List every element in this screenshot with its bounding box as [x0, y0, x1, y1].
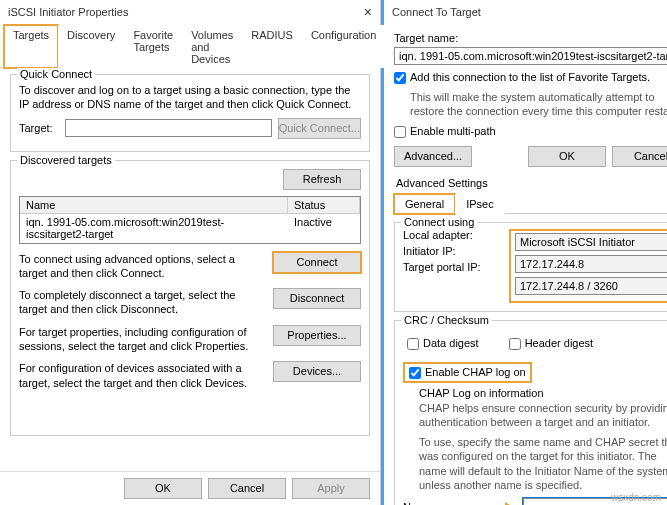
disconnect-desc: To completely disconnect a target, selec…: [19, 288, 265, 317]
right-title: Connect To Target: [392, 6, 481, 18]
target-name-input[interactable]: [394, 47, 667, 65]
devices-desc: For configuration of devices associated …: [19, 361, 265, 390]
data-digest-checkbox[interactable]: [407, 338, 419, 350]
targets-table[interactable]: Name Status iqn. 1991-05.com.microsoft:w…: [19, 196, 361, 244]
chap-info-title: CHAP Log on information: [419, 387, 667, 399]
tab-favorite-targets[interactable]: Favorite Targets: [124, 25, 182, 68]
quick-connect-legend: Quick Connect: [17, 68, 95, 80]
discovered-legend: Discovered targets: [17, 154, 115, 166]
target-portal-ip-label: Target portal IP:: [403, 261, 503, 273]
cancel-button[interactable]: Cancel: [208, 478, 286, 499]
favorite-note: This will make the system automatically …: [410, 90, 667, 119]
quick-connect-button[interactable]: Quick Connect...: [278, 118, 361, 139]
iscsi-initiator-properties-window: iSCSI Initiator Properties × Targets Dis…: [0, 0, 381, 505]
quick-connect-desc: To discover and log on to a target using…: [19, 83, 361, 112]
data-digest-label: Data digest: [423, 337, 479, 349]
chap-name-label: Name:: [403, 501, 483, 505]
advanced-settings-title: Advanced Settings: [396, 177, 667, 189]
close-icon[interactable]: ×: [364, 4, 372, 20]
disconnect-button[interactable]: Disconnect: [273, 288, 361, 309]
connect-desc: To connect using advanced options, selec…: [19, 252, 265, 281]
apply-button[interactable]: Apply: [292, 478, 370, 499]
left-tabs: Targets Discovery Favorite Targets Volum…: [0, 24, 380, 68]
left-footer: OK Cancel Apply: [0, 471, 380, 505]
devices-button[interactable]: Devices...: [273, 361, 361, 382]
header-digest-label: Header digest: [525, 337, 594, 349]
enable-chap-label: Enable CHAP log on: [425, 366, 526, 378]
quick-connect-group: Quick Connect To discover and log on to …: [10, 74, 370, 152]
connect-using-legend: Connect using: [401, 216, 477, 228]
target-label: Target:: [19, 122, 59, 134]
chap-info-desc: CHAP helps ensure connection security by…: [419, 401, 667, 430]
col-status[interactable]: Status: [288, 197, 360, 213]
right-titlebar: Connect To Target ×: [384, 0, 667, 24]
subtab-ipsec[interactable]: IPsec: [455, 194, 505, 214]
tab-radius[interactable]: RADIUS: [242, 25, 302, 68]
connect-to-target-window: Connect To Target × Target name: Add thi…: [381, 0, 667, 505]
local-adapter-select[interactable]: [515, 233, 667, 251]
connect-using-group: Connect using Local adapter: Initiator I…: [394, 222, 667, 312]
favorite-targets-label: Add this connection to the list of Favor…: [410, 71, 650, 83]
tab-targets[interactable]: Targets: [4, 25, 58, 68]
crc-group: CRC / Checksum Data digest Header digest…: [394, 320, 667, 505]
col-name[interactable]: Name: [20, 197, 288, 213]
tab-discovery[interactable]: Discovery: [58, 25, 124, 68]
initiator-ip-label: Initiator IP:: [403, 245, 503, 257]
properties-desc: For target properties, including configu…: [19, 325, 265, 354]
multipath-label: Enable multi-path: [410, 125, 496, 137]
chap-info: CHAP Log on information CHAP helps ensur…: [419, 387, 667, 493]
properties-button[interactable]: Properties...: [273, 325, 361, 346]
tab-configuration[interactable]: Configuration: [302, 25, 385, 68]
row-status: Inactive: [288, 214, 360, 242]
crc-legend: CRC / Checksum: [401, 314, 492, 326]
advanced-sub-tabs: General IPsec: [394, 193, 667, 214]
arrow-icon: [489, 501, 517, 505]
subtab-general[interactable]: General: [394, 194, 455, 214]
initiator-ip-select[interactable]: [515, 255, 667, 273]
ok-button[interactable]: OK: [124, 478, 202, 499]
connect-cancel-button[interactable]: Cancel: [612, 146, 667, 167]
target-portal-ip-select[interactable]: [515, 277, 667, 295]
connect-ok-button[interactable]: OK: [528, 146, 606, 167]
row-name: iqn. 1991-05.com.microsoft:win2019test-i…: [20, 214, 288, 242]
target-name-label: Target name:: [394, 32, 667, 44]
discovered-targets-group: Discovered targets Refresh Name Status i…: [10, 160, 370, 436]
chap-info-desc2: To use, specify the same name and CHAP s…: [419, 435, 667, 492]
left-title: iSCSI Initiator Properties: [8, 6, 128, 18]
local-adapter-label: Local adapter:: [403, 229, 503, 241]
left-titlebar: iSCSI Initiator Properties ×: [0, 0, 380, 24]
multipath-checkbox[interactable]: [394, 126, 406, 138]
table-row[interactable]: iqn. 1991-05.com.microsoft:win2019test-i…: [20, 214, 360, 242]
tab-volumes-devices[interactable]: Volumes and Devices: [182, 25, 242, 68]
advanced-button[interactable]: Advanced...: [394, 146, 472, 167]
target-input[interactable]: [65, 119, 272, 137]
header-digest-checkbox[interactable]: [509, 338, 521, 350]
refresh-button[interactable]: Refresh: [283, 169, 361, 190]
enable-chap-checkbox[interactable]: [409, 367, 421, 379]
connect-button[interactable]: Connect: [273, 252, 361, 273]
favorite-targets-checkbox[interactable]: [394, 72, 406, 84]
watermark: wsxdn.com: [611, 492, 661, 503]
